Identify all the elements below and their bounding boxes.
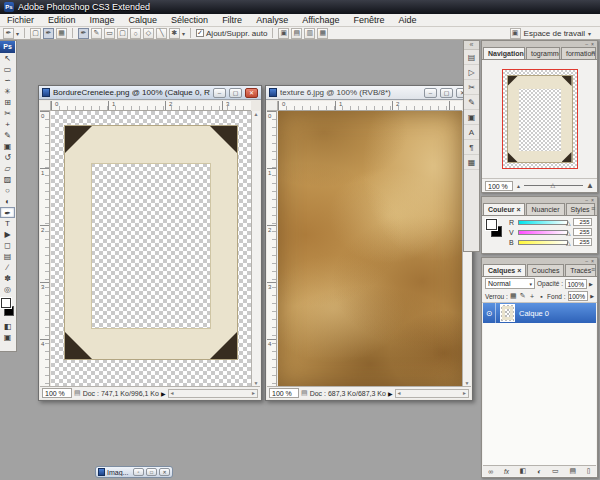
menu-edition[interactable]: Edition (41, 15, 83, 25)
menu-filtre[interactable]: Filtre (215, 15, 249, 25)
new-layer-icon[interactable]: ▤ (569, 467, 576, 475)
zoom-level-field[interactable]: 100 % (269, 388, 299, 398)
green-channel-value[interactable]: 255 (573, 228, 592, 236)
blue-channel-slider[interactable] (518, 240, 568, 245)
new-group-icon[interactable]: ▭ (552, 467, 559, 475)
panel-menu-icon[interactable]: ≡ (591, 49, 595, 56)
slider-marker-icon[interactable]: △ (566, 239, 571, 246)
crop-tool-icon[interactable]: ⊞ (0, 97, 15, 108)
status-options-icon[interactable]: ▤ (301, 389, 308, 397)
brushes-panel-icon[interactable]: ✎ (464, 95, 479, 110)
tab-couleur[interactable]: Couleur × (483, 203, 525, 215)
paragraph-panel-icon[interactable]: ¶ (464, 140, 479, 155)
slice-tool-icon[interactable]: ✂ (0, 108, 15, 119)
layer-row-calque0[interactable]: ⊙ Calque 0 (483, 303, 596, 323)
eraser-tool-icon[interactable]: ▱ (0, 163, 15, 174)
document-titlebar[interactable]: BordureCrenelee.png @ 100% (Calque 0, RV… (39, 86, 261, 100)
move-tool-icon[interactable]: ↖ (0, 53, 15, 64)
tool-preset-caret-icon[interactable]: ▾ (16, 30, 19, 37)
menu-fenetre[interactable]: Fenêtre (347, 15, 392, 25)
menu-analyse[interactable]: Analyse (249, 15, 295, 25)
pen-tool-icon[interactable]: ✒ (78, 28, 89, 39)
status-menu-icon[interactable]: ▶ (161, 390, 166, 397)
bridge-icon[interactable]: ▣ (510, 28, 521, 39)
combine-subtract-icon[interactable]: ▤ (291, 28, 302, 39)
layer-comps-panel-icon[interactable]: ▦ (464, 155, 479, 170)
rectangle-shape-tool-icon[interactable]: ◻ (0, 240, 15, 251)
maximize-button[interactable]: ▢ (440, 88, 453, 98)
menu-calque[interactable]: Calque (122, 15, 165, 25)
tab-navigation[interactable]: Navigation × (483, 47, 525, 59)
hand-tool-icon[interactable]: ✽ (0, 273, 15, 284)
zoom-out-icon[interactable]: ▲ (516, 183, 521, 189)
scroll-left-icon[interactable]: ◄ (170, 390, 175, 396)
menu-image[interactable]: Image (83, 15, 122, 25)
document-titlebar[interactable]: texture 6.jpg @ 100% (RVB/8*) ‒ ▢ ✕ (266, 86, 472, 100)
vertical-scrollbar[interactable]: ▲ ▼ (251, 111, 260, 386)
current-tool-pen-icon[interactable]: ✒ (3, 28, 14, 39)
minimize-button[interactable]: ‒ (424, 88, 437, 98)
menu-fichier[interactable]: Fichier (0, 15, 41, 25)
lock-pixels-icon[interactable]: ✎ (519, 292, 526, 300)
notes-tool-icon[interactable]: ▤ (0, 251, 15, 262)
menu-selection[interactable]: Sélection (164, 15, 215, 25)
magic-wand-tool-icon[interactable]: ✳ (0, 86, 15, 97)
fill-value[interactable]: 100% (568, 291, 589, 301)
menu-aide[interactable]: Aide (392, 15, 424, 25)
canvas-texture[interactable] (278, 111, 462, 386)
horizontal-scrollbar[interactable]: ◄ ► (395, 389, 469, 398)
screen-mode-icon[interactable]: ▣ (0, 332, 15, 343)
healing-brush-tool-icon[interactable]: + (0, 119, 15, 130)
red-channel-value[interactable]: 255 (573, 218, 592, 226)
panel-menu-icon[interactable]: ≡ (591, 205, 595, 212)
visibility-eye-icon[interactable]: ⊙ (483, 303, 496, 323)
rectangle-tool-icon[interactable]: ▭ (104, 28, 115, 39)
menu-affichage[interactable]: Affichage (295, 15, 346, 25)
character-panel-icon[interactable]: A (464, 125, 479, 140)
fill-pixels-mode-icon[interactable]: ▦ (56, 28, 67, 39)
close-button[interactable]: ✕ (159, 468, 170, 476)
auto-add-delete-checkbox[interactable]: ✓ (196, 29, 204, 37)
tab-nuancier[interactable]: Nuancier (526, 203, 564, 215)
history-brush-tool-icon[interactable]: ↺ (0, 152, 15, 163)
panel-menu-icon[interactable]: ≡ (591, 266, 595, 273)
blue-channel-value[interactable]: 255 (573, 238, 592, 246)
maximize-button[interactable]: □ (146, 468, 157, 476)
freeform-pen-icon[interactable]: ✎ (91, 28, 102, 39)
navigator-zoom-field[interactable]: 100 % (485, 181, 513, 191)
adjustment-layer-icon[interactable]: ◐ (537, 468, 541, 475)
line-tool-icon[interactable]: ╲ (156, 28, 167, 39)
close-button[interactable]: ✕ (245, 88, 258, 98)
tab-calques[interactable]: Calques × (483, 264, 526, 276)
zoom-level-field[interactable]: 100 % (42, 388, 72, 398)
scroll-right-icon[interactable]: ► (462, 390, 467, 396)
delete-layer-icon[interactable]: ▯ (587, 467, 591, 475)
clone-stamp-tool-icon[interactable]: ▣ (0, 141, 15, 152)
restore-button[interactable]: ▫ (133, 468, 144, 476)
lock-all-icon[interactable]: ▪ (538, 293, 545, 300)
dodge-tool-icon[interactable]: ◐ (0, 196, 15, 207)
slider-marker-icon[interactable]: △ (566, 219, 571, 226)
red-channel-slider[interactable] (518, 220, 568, 225)
gradient-tool-icon[interactable]: ▨ (0, 174, 15, 185)
horizontal-scrollbar[interactable]: ◄ ► (168, 389, 258, 398)
scroll-left-icon[interactable]: ◄ (397, 390, 402, 396)
opacity-spinner-icon[interactable]: ▶ (589, 281, 593, 287)
quick-mask-icon[interactable]: ◧ (0, 321, 15, 332)
workspace-switcher[interactable]: ▣ Espace de travail ▾ (510, 28, 597, 39)
combine-add-icon[interactable]: ▣ (278, 28, 289, 39)
blend-mode-dropdown[interactable]: Normal ▾ (485, 278, 535, 289)
navigator-proxy-view[interactable] (503, 70, 577, 168)
paths-mode-icon[interactable]: ✒ (43, 28, 54, 39)
status-options-icon[interactable]: ▤ (74, 389, 81, 397)
maximize-button[interactable]: ▢ (229, 88, 242, 98)
lasso-tool-icon[interactable]: ∽ (0, 75, 15, 86)
slider-thumb-icon[interactable]: △ (551, 181, 556, 188)
navigator-zoom-slider[interactable]: △ (524, 185, 583, 186)
opacity-value[interactable]: 100% (565, 279, 587, 289)
minimized-document-window[interactable]: Imag... ▫ □ ✕ (95, 466, 173, 478)
pen-tool-icon[interactable]: ✒ (0, 207, 15, 218)
expand-dock-icon[interactable]: « (464, 41, 479, 50)
lock-transparency-icon[interactable]: ▦ (510, 292, 517, 300)
rounded-rectangle-tool-icon[interactable]: ▢ (117, 28, 128, 39)
